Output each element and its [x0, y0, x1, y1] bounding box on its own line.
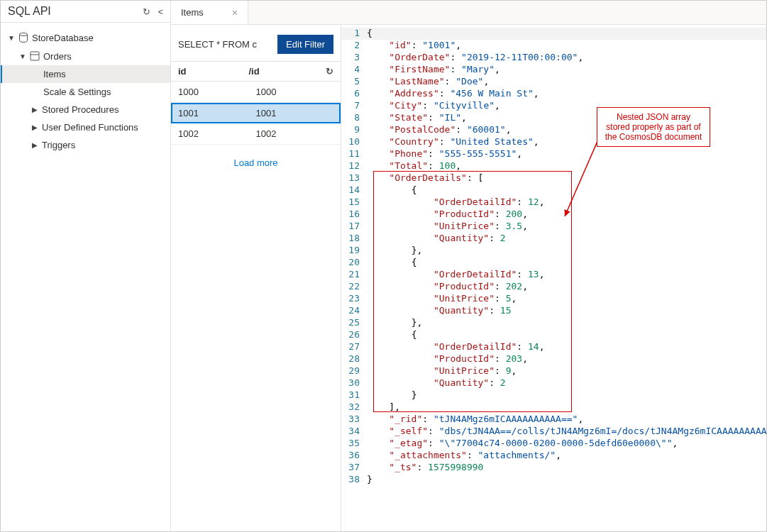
- code-content: },: [367, 317, 422, 328]
- code-content: "Quantity": 2: [367, 233, 506, 243]
- main-panel: Items × SELECT * FROM c Edit Filter id /…: [171, 1, 766, 531]
- line-number: 12: [341, 160, 367, 171]
- line-number: 20: [341, 257, 367, 267]
- line-number: 15: [341, 196, 367, 207]
- caret-down-icon: ▼: [19, 52, 26, 60]
- code-content: },: [367, 245, 422, 255]
- code-content: }: [367, 474, 373, 484]
- code-content: "UnitPrice": 5,: [367, 293, 517, 304]
- sidebar-title: SQL API: [8, 5, 51, 18]
- code-content: "ProductId": 202,: [367, 281, 528, 292]
- line-number: 31: [341, 389, 367, 400]
- database-node[interactable]: ▼ StoreDatabase: [1, 28, 170, 47]
- refresh-icon[interactable]: ↻: [319, 66, 333, 77]
- line-number: 23: [341, 293, 367, 304]
- tree-item-stored-procedures[interactable]: ▶ Stored Procedures: [1, 101, 170, 118]
- line-number: 33: [341, 414, 367, 424]
- caret-right-icon: ▶: [32, 141, 39, 149]
- code-content: "LastName": "Doe",: [367, 76, 489, 87]
- table-row[interactable]: 10001000: [171, 82, 341, 103]
- column-header-id[interactable]: id: [178, 66, 249, 77]
- code-content: "City": "Cityville",: [367, 100, 500, 111]
- code-content: "UnitPrice": 3.5,: [367, 221, 528, 231]
- column-header-partitionkey[interactable]: /id: [249, 66, 320, 77]
- edit-filter-button[interactable]: Edit Filter: [277, 35, 333, 54]
- line-number: 26: [341, 329, 367, 340]
- tab-items[interactable]: Items ×: [171, 1, 248, 24]
- line-number: 11: [341, 148, 367, 159]
- code-content: "_self": "dbs/tJN4AA==/colls/tJN4AMgz6mI…: [367, 426, 766, 436]
- json-editor[interactable]: 1{2 "id": "1001",3 "OrderDate": "2019-12…: [341, 25, 766, 531]
- line-number: 19: [341, 245, 367, 255]
- code-content: "Address": "456 W Main St",: [367, 88, 539, 99]
- code-content: {: [367, 329, 416, 340]
- line-number: 10: [341, 136, 367, 147]
- container-icon: [29, 50, 40, 62]
- tree-item-scale-settings[interactable]: Scale & Settings: [1, 83, 170, 101]
- close-icon[interactable]: ×: [232, 7, 238, 18]
- line-number: 21: [341, 269, 367, 279]
- table-row[interactable]: 10011001: [171, 103, 341, 123]
- line-number: 8: [341, 112, 367, 123]
- code-content: "OrderDetailId": 13,: [367, 269, 544, 279]
- line-number: 30: [341, 377, 367, 388]
- line-number: 16: [341, 209, 367, 219]
- line-number: 2: [341, 40, 367, 50]
- code-content: "OrderDetailId": 14,: [367, 341, 544, 352]
- items-column: SELECT * FROM c Edit Filter id /id ↻ 100…: [171, 25, 341, 531]
- line-number: 35: [341, 438, 367, 448]
- refresh-icon[interactable]: ↻: [143, 6, 150, 17]
- code-content: ],: [367, 401, 400, 412]
- line-number: 4: [341, 64, 367, 74]
- code-content: {: [367, 28, 373, 38]
- line-number: 9: [341, 124, 367, 135]
- tab-label: Items: [181, 7, 204, 18]
- collapse-icon[interactable]: <: [158, 6, 163, 17]
- line-number: 17: [341, 221, 367, 231]
- code-content: "id": "1001",: [367, 40, 461, 50]
- line-number: 6: [341, 88, 367, 99]
- line-number: 22: [341, 281, 367, 292]
- line-number: 24: [341, 305, 367, 316]
- caret-right-icon: ▶: [32, 106, 39, 113]
- code-content: "Phone": "555-555-5551",: [367, 148, 522, 159]
- code-content: "ProductId": 203,: [367, 353, 528, 364]
- code-content: "ProductId": 200,: [367, 209, 528, 219]
- code-content: "_ts": 1575998990: [367, 462, 483, 472]
- code-content: {: [367, 184, 416, 195]
- code-content: "OrderDetailId": 12,: [367, 196, 544, 207]
- caret-right-icon: ▶: [32, 123, 39, 131]
- code-content: "Country": "United States",: [367, 136, 539, 147]
- code-content: "State": "IL",: [367, 112, 467, 123]
- line-number: 28: [341, 353, 367, 364]
- code-content: "OrderDate": "2019-12-11T00:00:00",: [367, 52, 583, 62]
- line-number: 37: [341, 462, 367, 472]
- line-number: 32: [341, 401, 367, 412]
- code-content: "_rid": "tJN4AMgz6mICAAAAAAAAAA==",: [367, 414, 583, 424]
- code-content: "Quantity": 2: [367, 377, 506, 388]
- caret-down-icon: ▼: [8, 34, 15, 42]
- line-number: 14: [341, 184, 367, 195]
- line-number: 27: [341, 341, 367, 352]
- container-node[interactable]: ▼ Orders: [1, 47, 170, 65]
- code-content: "Total": 100,: [367, 160, 461, 171]
- tree-item-items[interactable]: Items: [1, 65, 170, 83]
- code-content: "PostalCode": "60001",: [367, 124, 512, 135]
- load-more-link[interactable]: Load more: [171, 145, 341, 181]
- svg-rect-1: [31, 52, 39, 60]
- code-content: "FirstName": "Mary",: [367, 64, 500, 74]
- table-row[interactable]: 10021002: [171, 123, 341, 145]
- tree-item-triggers[interactable]: ▶ Triggers: [1, 136, 170, 154]
- line-number: 38: [341, 474, 367, 484]
- tree-item-udf[interactable]: ▶ User Defined Functions: [1, 118, 170, 136]
- line-number: 5: [341, 76, 367, 87]
- query-text: SELECT * FROM c: [178, 39, 257, 50]
- line-number: 1: [341, 28, 367, 38]
- line-number: 18: [341, 233, 367, 243]
- line-number: 7: [341, 100, 367, 111]
- code-content: "UnitPrice": 9,: [367, 365, 517, 376]
- code-content: "Quantity": 15: [367, 305, 512, 316]
- line-number: 34: [341, 426, 367, 436]
- sidebar: SQL API ↻ < ▼ StoreDatabase ▼ Orders: [1, 1, 171, 531]
- tab-bar: Items ×: [171, 1, 766, 25]
